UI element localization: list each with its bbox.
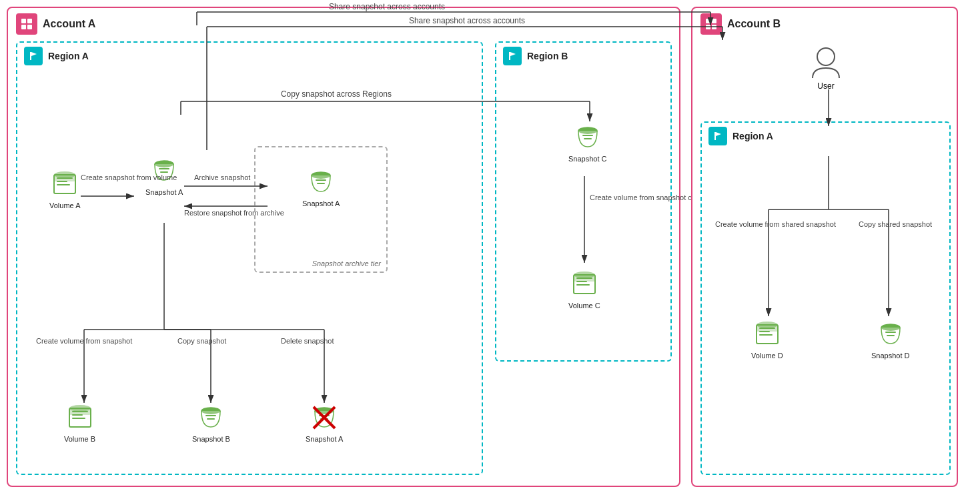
svg-rect-75 xyxy=(714,132,716,140)
svg-rect-90 xyxy=(759,334,773,336)
svg-rect-71 xyxy=(712,19,716,23)
svg-rect-41 xyxy=(72,418,85,419)
volume-c-label: Volume C xyxy=(568,302,600,310)
account-a-box: Account A Region A xyxy=(7,7,680,487)
snapshot-c-label: Snapshot C xyxy=(568,155,606,163)
svg-rect-8 xyxy=(30,52,31,60)
account-b-region-a-header: Region A xyxy=(702,123,949,149)
region-a-box: Region A xyxy=(16,41,483,475)
svg-point-57 xyxy=(578,127,597,134)
svg-rect-25 xyxy=(57,177,73,179)
svg-rect-63 xyxy=(576,278,592,279)
region-b-title: Region B xyxy=(527,51,568,61)
region-a-header: Region A xyxy=(17,43,482,69)
account-b-region-a-flag-icon xyxy=(708,127,727,145)
svg-rect-5 xyxy=(27,19,32,23)
snapshot-a-deleted-label: Snapshot A xyxy=(306,435,343,443)
account-a-header: Account A xyxy=(8,8,679,40)
svg-marker-76 xyxy=(716,132,721,136)
account-b-region-a-box: Region A xyxy=(700,121,951,475)
svg-rect-59 xyxy=(584,138,592,139)
svg-rect-27 xyxy=(57,184,70,185)
svg-point-74 xyxy=(817,48,835,65)
svg-rect-6 xyxy=(21,25,26,29)
copy-snapshot-label: Copy snapshot xyxy=(177,336,226,346)
svg-rect-4 xyxy=(21,19,26,23)
user-icon-wrapper: User xyxy=(809,45,843,91)
snapshot-a-deleted-icon: Snapshot A xyxy=(306,403,343,443)
svg-point-87 xyxy=(757,322,778,328)
svg-rect-39 xyxy=(72,411,88,412)
snapshot-a-archive-icon: Snapshot A xyxy=(302,167,340,207)
volume-a-icon: Volume A xyxy=(49,169,80,209)
svg-rect-64 xyxy=(576,281,587,282)
svg-rect-44 xyxy=(205,415,216,416)
svg-rect-35 xyxy=(317,183,325,184)
region-b-flag-icon xyxy=(503,47,522,65)
account-b-title: Account B xyxy=(727,18,781,30)
svg-rect-89 xyxy=(759,331,770,332)
svg-rect-7 xyxy=(27,25,32,29)
account-a-icon xyxy=(16,13,37,35)
snapshot-d-icon: Snapshot D xyxy=(871,320,909,360)
svg-point-62 xyxy=(574,272,595,278)
main-container: Share snapshot across accounts Account A xyxy=(0,0,980,499)
snapshot-b-label: Snapshot B xyxy=(192,435,230,443)
user-label: User xyxy=(817,81,834,91)
svg-rect-34 xyxy=(316,179,326,181)
svg-point-92 xyxy=(881,324,900,331)
svg-rect-40 xyxy=(72,414,83,416)
account-a-title: Account A xyxy=(43,18,95,30)
account-b-icon xyxy=(700,13,722,35)
snapshot-c-icon: Snapshot C xyxy=(568,123,606,163)
svg-rect-26 xyxy=(57,181,67,182)
region-b-header: Region B xyxy=(496,43,670,69)
svg-rect-73 xyxy=(712,25,716,29)
svg-rect-94 xyxy=(887,335,895,336)
archive-tier-label: Snapshot archive tier xyxy=(312,260,381,268)
snapshot-a-main-label: Snapshot A xyxy=(145,188,183,196)
svg-rect-30 xyxy=(159,168,169,169)
svg-rect-58 xyxy=(582,135,593,136)
svg-rect-72 xyxy=(706,25,710,29)
create-vol-snapshot-copy-label: Create volume from snapshot copy xyxy=(590,193,656,202)
svg-rect-65 xyxy=(576,284,590,286)
archive-snapshot-label: Archive snapshot xyxy=(194,173,250,182)
svg-rect-52 xyxy=(509,52,510,60)
copy-shared-snapshot-label: Copy shared snapshot xyxy=(859,219,919,229)
svg-point-33 xyxy=(312,172,330,179)
region-a-flag-icon xyxy=(24,47,43,65)
svg-point-29 xyxy=(155,161,173,167)
svg-rect-70 xyxy=(706,19,710,23)
account-b-header: Account B xyxy=(692,8,957,40)
snapshot-d-label: Snapshot D xyxy=(871,352,909,360)
account-b-box: Account B User Region A xyxy=(691,7,958,487)
svg-marker-9 xyxy=(31,52,37,56)
volume-d-label: Volume D xyxy=(751,352,783,360)
region-a-title: Region A xyxy=(48,51,89,61)
volume-b-label: Volume B xyxy=(64,435,95,443)
volume-a-label: Volume A xyxy=(49,201,80,209)
create-snapshot-label: Create snapshot from volume xyxy=(81,173,177,182)
create-vol-shared-label: Create volume from shared snapshot xyxy=(715,219,772,229)
svg-rect-93 xyxy=(885,332,896,333)
account-b-region-a-arrows xyxy=(702,123,949,474)
volume-d-icon: Volume D xyxy=(751,320,783,360)
svg-point-24 xyxy=(54,171,75,178)
volume-b-icon: Volume B xyxy=(64,403,95,443)
svg-rect-88 xyxy=(759,328,775,329)
archive-tier-box: Snapshot A Snapshot archive tier xyxy=(254,146,388,273)
volume-c-icon: Volume C xyxy=(568,270,600,310)
create-vol-snapshot-label: Create volume from snapshot xyxy=(36,336,89,346)
svg-point-43 xyxy=(201,408,220,414)
delete-snapshot-label: Delete snapshot xyxy=(281,336,334,346)
snapshot-a-archive-label: Snapshot A xyxy=(302,199,340,207)
region-b-box: Region B xyxy=(495,41,672,362)
account-b-region-a-title: Region A xyxy=(732,131,773,141)
svg-marker-53 xyxy=(510,52,516,56)
snapshot-b-icon: Snapshot B xyxy=(192,403,230,443)
svg-rect-45 xyxy=(207,418,215,420)
svg-point-38 xyxy=(69,405,91,412)
